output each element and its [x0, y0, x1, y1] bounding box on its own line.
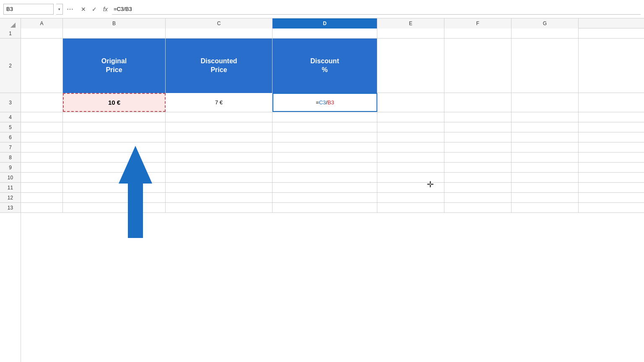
cell-g8[interactable] — [512, 153, 579, 162]
cell-e11[interactable] — [377, 183, 444, 192]
cell-c12[interactable] — [166, 193, 273, 202]
cell-g7[interactable] — [512, 142, 579, 152]
cell-d8[interactable] — [273, 153, 377, 162]
row-num-10[interactable]: 10 — [0, 173, 21, 183]
col-header-g[interactable]: G — [512, 18, 579, 28]
cell-e4[interactable] — [377, 112, 444, 122]
name-box[interactable]: B3 — [3, 4, 54, 15]
cancel-formula-button[interactable]: ✕ — [79, 5, 88, 14]
cell-d2[interactable]: Discount % — [273, 39, 377, 93]
cell-f11[interactable] — [444, 183, 512, 192]
cell-e10[interactable] — [377, 173, 444, 182]
cell-f4[interactable] — [444, 112, 512, 122]
cell-b12[interactable] — [63, 193, 166, 202]
cell-g4[interactable] — [512, 112, 579, 122]
row-num-9[interactable]: 9 — [0, 163, 21, 173]
row-num-13[interactable]: 13 — [0, 203, 21, 213]
cell-g11[interactable] — [512, 183, 579, 192]
cell-e1[interactable] — [377, 28, 444, 38]
cell-b7[interactable] — [63, 142, 166, 152]
cell-e5[interactable] — [377, 122, 444, 132]
cell-c10[interactable] — [166, 173, 273, 182]
cell-a9[interactable] — [21, 163, 63, 172]
cell-a10[interactable] — [21, 173, 63, 182]
cell-g10[interactable] — [512, 173, 579, 182]
cell-b8[interactable] — [63, 153, 166, 162]
cell-g9[interactable] — [512, 163, 579, 172]
cell-c7[interactable] — [166, 142, 273, 152]
row-num-8[interactable]: 8 — [0, 153, 21, 163]
cell-a11[interactable] — [21, 183, 63, 192]
cell-b10[interactable] — [63, 173, 166, 182]
row-num-1[interactable]: 1 — [0, 28, 21, 39]
cell-g12[interactable] — [512, 193, 579, 202]
cell-f13[interactable] — [444, 203, 512, 212]
cell-c5[interactable] — [166, 122, 273, 132]
cell-f10[interactable] — [444, 173, 512, 182]
cell-a4[interactable] — [21, 112, 63, 122]
cell-d3[interactable]: =C3/B3 — [273, 93, 377, 112]
cell-a5[interactable] — [21, 122, 63, 132]
cell-a3[interactable] — [21, 93, 63, 112]
col-header-e[interactable]: E — [377, 18, 444, 28]
confirm-formula-button[interactable]: ✓ — [90, 5, 99, 14]
cell-g13[interactable] — [512, 203, 579, 212]
cell-e6[interactable] — [377, 132, 444, 142]
row-num-11[interactable]: 11 — [0, 183, 21, 193]
cell-f3[interactable] — [444, 93, 512, 112]
row-num-4[interactable]: 4 — [0, 112, 21, 122]
cell-a6[interactable] — [21, 132, 63, 142]
cell-b2[interactable]: Original Price — [63, 39, 166, 93]
cell-a7[interactable] — [21, 142, 63, 152]
cell-b4[interactable] — [63, 112, 166, 122]
cell-f6[interactable] — [444, 132, 512, 142]
row-num-6[interactable]: 6 — [0, 132, 21, 142]
col-header-b[interactable]: B — [63, 18, 166, 28]
cell-g5[interactable] — [512, 122, 579, 132]
name-box-dropdown[interactable]: ▾ — [56, 4, 63, 15]
cell-g6[interactable] — [512, 132, 579, 142]
cell-a8[interactable] — [21, 153, 63, 162]
cell-b6[interactable] — [63, 132, 166, 142]
row-num-5[interactable]: 5 — [0, 122, 21, 132]
cell-d5[interactable] — [273, 122, 377, 132]
cell-b11[interactable] — [63, 183, 166, 192]
corner-cell[interactable] — [0, 18, 21, 28]
cell-g3[interactable] — [512, 93, 579, 112]
formula-options-button[interactable]: ⋯ — [65, 5, 75, 14]
cell-e12[interactable] — [377, 193, 444, 202]
cell-e8[interactable] — [377, 153, 444, 162]
cell-g2[interactable] — [512, 39, 579, 93]
cell-a13[interactable] — [21, 203, 63, 212]
cell-a2[interactable] — [21, 39, 63, 93]
cell-e9[interactable] — [377, 163, 444, 172]
cell-c11[interactable] — [166, 183, 273, 192]
cell-f2[interactable] — [444, 39, 512, 93]
cell-b3[interactable]: 10 € — [63, 93, 166, 112]
cell-e3[interactable] — [377, 93, 444, 112]
cell-d9[interactable] — [273, 163, 377, 172]
col-header-f[interactable]: F — [444, 18, 512, 28]
cell-f12[interactable] — [444, 193, 512, 202]
cell-d4[interactable] — [273, 112, 377, 122]
cell-f7[interactable] — [444, 142, 512, 152]
cell-c13[interactable] — [166, 203, 273, 212]
cell-b5[interactable] — [63, 122, 166, 132]
cell-f9[interactable] — [444, 163, 512, 172]
cell-c2[interactable]: Discounted Price — [166, 39, 273, 93]
col-header-a[interactable]: A — [21, 18, 63, 28]
cell-e13[interactable] — [377, 203, 444, 212]
row-num-12[interactable]: 12 — [0, 193, 21, 203]
cell-d13[interactable] — [273, 203, 377, 212]
cell-f1[interactable] — [444, 28, 512, 38]
cell-d11[interactable] — [273, 183, 377, 192]
cell-c9[interactable] — [166, 163, 273, 172]
row-num-2[interactable]: 2 — [0, 39, 21, 93]
row-num-7[interactable]: 7 — [0, 142, 21, 153]
cell-a1[interactable] — [21, 28, 63, 38]
cell-b9[interactable] — [63, 163, 166, 172]
col-header-c[interactable]: C — [166, 18, 273, 28]
cell-f8[interactable] — [444, 153, 512, 162]
cell-c1[interactable] — [166, 28, 273, 38]
cell-g1[interactable] — [512, 28, 579, 38]
